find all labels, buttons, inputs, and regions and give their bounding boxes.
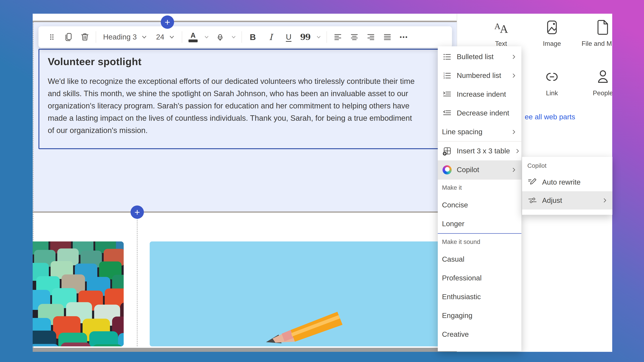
- highlight-color-button[interactable]: [214, 30, 226, 44]
- text-webpart-toolbar: Heading 3 24 A B: [38, 26, 452, 48]
- more-options-button[interactable]: •••: [398, 30, 410, 44]
- copilot-icon: [442, 165, 452, 175]
- submenu-header: Copilot: [522, 158, 612, 173]
- chevron-down-icon[interactable]: [204, 34, 209, 40]
- chevron-right-icon: [514, 148, 520, 154]
- menu-item-increase-indent[interactable]: Increase indent: [438, 85, 522, 104]
- numbered-list-icon: 1 2 3: [442, 71, 452, 81]
- font-color-letter: A: [190, 32, 196, 39]
- text-style-value: Heading 3: [103, 33, 137, 41]
- webpart-file-and-media[interactable]: File and Media: [578, 19, 612, 47]
- menu-item-adjust[interactable]: Adjust: [522, 191, 612, 209]
- webpart-image[interactable]: Image: [526, 19, 578, 47]
- menu-item-casual[interactable]: Casual: [438, 250, 522, 269]
- section-divider-line: [33, 211, 457, 213]
- svg-text:3: 3: [444, 76, 445, 79]
- align-justify-button[interactable]: [382, 30, 393, 44]
- chevron-right-icon: [511, 129, 517, 135]
- webpart-text[interactable]: A A Text: [476, 19, 526, 47]
- menu-item-insert-table[interactable]: Insert 3 x 3 table: [438, 142, 522, 160]
- text-style-dropdown[interactable]: Heading 3: [101, 33, 149, 41]
- toolbar-divider: [242, 31, 242, 43]
- copilot-submenu: Copilot Auto rewrite Adjust: [522, 157, 612, 215]
- menu-item-enthusiastic[interactable]: Enthusiastic: [438, 287, 522, 306]
- column-dashed-divider: [137, 214, 138, 346]
- chevron-down-icon: [169, 34, 175, 40]
- adjust-sliders-icon: [527, 195, 538, 205]
- insert-table-icon: [442, 146, 452, 156]
- text-webpart-icon: A A: [492, 19, 510, 36]
- duplicate-button[interactable]: [63, 30, 74, 44]
- menu-item-decrease-indent[interactable]: Decrease indent: [438, 104, 522, 123]
- italic-button[interactable]: I: [264, 30, 278, 44]
- underline-button[interactable]: U: [283, 30, 294, 44]
- chevron-right-icon: [511, 167, 517, 173]
- menu-item-longer[interactable]: Longer: [438, 214, 522, 233]
- image-webpart-chairs[interactable]: [33, 241, 124, 346]
- font-size-dropdown[interactable]: 24: [154, 33, 176, 41]
- horizontal-scrollbar[interactable]: [33, 348, 457, 352]
- menu-item-auto-rewrite[interactable]: Auto rewrite: [522, 173, 612, 191]
- image-webpart-icon: [543, 19, 561, 36]
- people-webpart-icon: [594, 68, 612, 86]
- toolbar-divider: [326, 31, 327, 43]
- webpart-heading: Volunteer spotlight: [48, 56, 451, 67]
- blockquote-button[interactable]: 99: [300, 30, 311, 44]
- text-webpart-selected[interactable]: Volunteer spotlight We'd like to recogni…: [38, 49, 452, 149]
- menu-section-header: Make it sound: [438, 234, 522, 250]
- toolbar-divider: [96, 31, 96, 43]
- decrease-indent-icon: [442, 108, 452, 118]
- font-color-button[interactable]: A: [188, 30, 199, 44]
- menu-item-professional[interactable]: Professional: [438, 269, 522, 287]
- menu-item-creative[interactable]: Creative: [438, 325, 522, 344]
- bulleted-list-icon: [442, 52, 452, 62]
- chevron-right-icon: [511, 73, 517, 79]
- screenshot-stage: +: [0, 0, 644, 362]
- drag-handle-icon[interactable]: [46, 30, 58, 44]
- menu-item-numbered-list[interactable]: 1 2 3 Numbered list: [438, 66, 522, 85]
- add-section-button-top[interactable]: +: [161, 15, 174, 29]
- delete-button[interactable]: [79, 30, 90, 44]
- chevron-down-icon[interactable]: [316, 34, 321, 40]
- align-center-button[interactable]: [349, 30, 360, 44]
- auto-rewrite-icon: [527, 177, 538, 187]
- image-webpart-pencil[interactable]: [150, 241, 468, 346]
- menu-item-concise[interactable]: Concise: [438, 196, 522, 214]
- text-context-menu: Bulleted list 1 2 3 Numbered list: [438, 46, 522, 351]
- chevron-right-icon: [511, 54, 517, 60]
- toolbar-divider: [182, 31, 182, 43]
- bold-button[interactable]: B: [247, 30, 258, 44]
- editor-canvas: +: [33, 14, 457, 352]
- chevron-right-icon: [602, 197, 608, 203]
- menu-item-bulleted-list[interactable]: Bulleted list: [438, 47, 522, 66]
- link-webpart-icon: [543, 68, 561, 86]
- menu-section-header: Make it: [438, 180, 522, 196]
- webpart-link[interactable]: Link: [526, 68, 578, 97]
- chevron-down-icon: [141, 34, 147, 40]
- font-size-value: 24: [156, 33, 164, 41]
- svg-text:A: A: [500, 23, 508, 35]
- svg-text:A: A: [494, 21, 500, 31]
- webpart-paragraph: We'd like to recognize the exceptional e…: [48, 75, 420, 137]
- increase-indent-icon: [442, 89, 452, 100]
- align-left-button[interactable]: [332, 30, 344, 44]
- chevron-down-icon[interactable]: [231, 34, 236, 40]
- menu-item-engaging[interactable]: Engaging: [438, 306, 522, 325]
- menu-item-line-spacing[interactable]: Line spacing: [438, 123, 522, 141]
- add-section-button-middle[interactable]: +: [130, 205, 144, 219]
- menu-item-copilot[interactable]: Copilot: [438, 160, 522, 179]
- webpart-people[interactable]: People: [578, 68, 612, 97]
- font-color-swatch: [188, 39, 198, 42]
- file-webpart-icon: [594, 19, 612, 36]
- align-right-button[interactable]: [365, 30, 376, 44]
- section-top-border: [33, 21, 457, 22]
- see-all-web-parts-link[interactable]: ee all web parts: [525, 113, 575, 121]
